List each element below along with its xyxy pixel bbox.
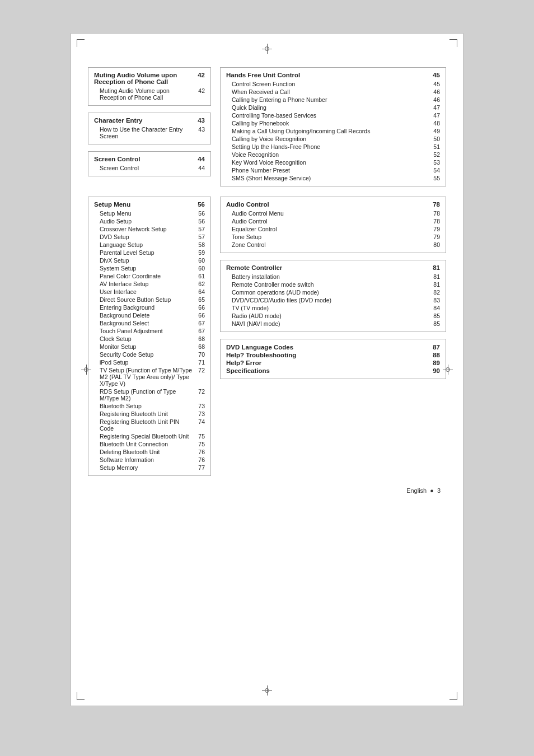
screen-control-entry-1: Screen Control 44 bbox=[94, 164, 205, 172]
entry-num: 73 bbox=[198, 410, 205, 417]
setup-menu-title-text: Setup Menu bbox=[94, 201, 130, 208]
character-entry-box: Character Entry 43 How to Use the Charac… bbox=[88, 113, 211, 144]
entry-label: AV Interface Setup bbox=[100, 281, 194, 287]
entry-label: Crossover Network Setup bbox=[100, 226, 194, 232]
misc-box: DVD Language Codes87Help? Troubleshootin… bbox=[220, 339, 446, 379]
entry-label: Parental Level Setup bbox=[100, 249, 194, 256]
muting-audio-entry-1: Muting Audio Volume upon Reception of Ph… bbox=[94, 87, 205, 101]
entry-num: 66 bbox=[198, 304, 205, 311]
setup-menu-entry: Audio Setup56 bbox=[94, 217, 205, 225]
corner-br bbox=[449, 692, 457, 700]
entry-num: 46 bbox=[433, 88, 440, 95]
entry-label: Bluetooth Unit Connection bbox=[100, 441, 194, 447]
muting-audio-page: 42 bbox=[198, 72, 205, 78]
audio-control-title-text: Audio Control bbox=[226, 201, 269, 208]
hands-free-entry: Control Screen Function45 bbox=[226, 80, 440, 88]
entry-num: 81 bbox=[433, 273, 440, 280]
character-entry-entry-1: How to Use the Character Entry Screen 43 bbox=[94, 125, 205, 140]
setup-menu-entry: TV Setup (Function of Type M/Type M2 (PA… bbox=[94, 366, 205, 388]
entry-label: Audio Control bbox=[232, 218, 429, 225]
screen-control-label-1: Screen Control bbox=[100, 165, 194, 171]
entry-num: 65 bbox=[198, 296, 205, 303]
entry-num: 75 bbox=[198, 433, 205, 440]
setup-menu-entry: Crossover Network Setup57 bbox=[94, 225, 205, 233]
entry-num: 58 bbox=[198, 241, 205, 248]
entry-num: 80 bbox=[433, 241, 440, 248]
hands-free-entry: Calling by Phonebook48 bbox=[226, 119, 440, 127]
entry-num: 76 bbox=[198, 449, 205, 455]
entry-label: Audio Control Menu bbox=[232, 210, 429, 217]
entry-label: Radio (AUD mode) bbox=[232, 312, 429, 319]
audio-control-page: 78 bbox=[433, 201, 440, 208]
entry-num: 82 bbox=[433, 289, 440, 296]
entry-num: 59 bbox=[198, 249, 205, 256]
screen-control-title-text: Screen Control bbox=[94, 156, 140, 162]
hands-free-entry: Voice Recognition52 bbox=[226, 151, 440, 158]
entry-num: 66 bbox=[198, 312, 205, 319]
remote-controller-entry: TV (TV mode)84 bbox=[226, 304, 440, 312]
entry-num: 76 bbox=[198, 456, 205, 463]
entry-label: SMS (Short Message Service) bbox=[232, 175, 429, 181]
bottom-left-col: Setup Menu 56 Setup Menu56Audio Setup56C… bbox=[88, 197, 211, 476]
audio-control-title: Audio Control 78 bbox=[226, 201, 440, 208]
crosshair-left bbox=[81, 365, 91, 375]
entry-num: 85 bbox=[433, 312, 440, 319]
hands-free-box: Hands Free Unit Control 45 Control Scree… bbox=[220, 67, 446, 186]
setup-menu-entry: Language Setup58 bbox=[94, 241, 205, 249]
hands-free-entry: When Received a Call46 bbox=[226, 88, 440, 96]
entry-num: 83 bbox=[433, 297, 440, 304]
footer-page-num: 3 bbox=[437, 487, 441, 494]
remote-controller-entry: NAVI (NAVI mode)85 bbox=[226, 320, 440, 328]
remote-controller-title: Remote Controller 81 bbox=[226, 264, 440, 271]
entry-num: 72 bbox=[198, 388, 205, 402]
entry-num: 48 bbox=[433, 120, 440, 127]
audio-control-entries: Audio Control Menu78Audio Control78Equal… bbox=[226, 209, 440, 249]
entry-label: DVD/VCD/CD/Audio files (DVD mode) bbox=[232, 297, 429, 304]
entry-label: User Interface bbox=[100, 288, 194, 295]
hands-free-title: Hands Free Unit Control 45 bbox=[226, 72, 440, 78]
hands-free-entry: Key Word Voice Recognition53 bbox=[226, 158, 440, 166]
setup-menu-entry: System Setup60 bbox=[94, 264, 205, 272]
character-entry-title: Character Entry 43 bbox=[94, 117, 205, 124]
hands-free-entry: Controlling Tone-based Services47 bbox=[226, 111, 440, 119]
remote-controller-entry: Remote Controller mode switch81 bbox=[226, 281, 440, 288]
entry-label: Help? Error bbox=[226, 360, 428, 366]
setup-menu-entry: Monitor Setup68 bbox=[94, 343, 205, 351]
setup-menu-entry: Entering Background66 bbox=[94, 304, 205, 311]
entry-label: Calling by Entering a Phone Number bbox=[232, 96, 429, 103]
setup-menu-entry: Bluetooth Setup73 bbox=[94, 402, 205, 410]
setup-menu-entry: Panel Color Coordinate61 bbox=[94, 272, 205, 280]
entry-label: Calling by Voice Recognition bbox=[232, 136, 429, 142]
entry-num: 60 bbox=[198, 257, 205, 264]
muting-audio-box: Muting Audio Volume uponReception of Pho… bbox=[88, 67, 211, 106]
setup-menu-entry: DVD Setup57 bbox=[94, 233, 205, 241]
entry-num: 67 bbox=[198, 320, 205, 326]
crosshair-bottom bbox=[262, 685, 272, 696]
setup-menu-entry: Clock Setup68 bbox=[94, 335, 205, 343]
entry-num: 57 bbox=[198, 234, 205, 240]
muting-audio-title-text: Muting Audio Volume uponReception of Pho… bbox=[94, 72, 177, 85]
entry-label: Entering Background bbox=[100, 304, 194, 311]
top-right-col: Hands Free Unit Control 45 Control Scree… bbox=[220, 67, 446, 186]
entry-label: Controlling Tone-based Services bbox=[232, 112, 429, 119]
setup-menu-entry: Background Select67 bbox=[94, 319, 205, 327]
audio-control-box: Audio Control 78 Audio Control Menu78Aud… bbox=[220, 197, 446, 253]
footer-lang: English bbox=[406, 487, 427, 494]
remote-controller-entries: Battery installation81Remote Controller … bbox=[226, 273, 440, 328]
entry-num: 75 bbox=[198, 441, 205, 447]
muting-audio-num-1: 42 bbox=[198, 87, 205, 101]
page: Muting Audio Volume uponReception of Pho… bbox=[71, 34, 463, 706]
remote-controller-entry: DVD/VCD/CD/Audio files (DVD mode)83 bbox=[226, 296, 440, 304]
audio-control-entry: Zone Control80 bbox=[226, 241, 440, 249]
entry-label: Registering Special Bluetooth Unit bbox=[100, 433, 194, 440]
entry-label: Setup Memory bbox=[100, 464, 194, 471]
entry-num: 71 bbox=[198, 359, 205, 366]
setup-menu-entry: Registering Bluetooth Unit73 bbox=[94, 410, 205, 418]
footer-dot-icon: ● bbox=[430, 487, 434, 494]
entry-label: Registering Bluetooth Unit bbox=[100, 410, 194, 417]
entry-label: Security Code Setup bbox=[100, 351, 194, 358]
misc-entry: Help? Error89 bbox=[226, 359, 440, 367]
content: Muting Audio Volume uponReception of Pho… bbox=[88, 67, 446, 494]
remote-controller-entry: Radio (AUD mode)85 bbox=[226, 312, 440, 320]
setup-menu-entry: Software Information76 bbox=[94, 456, 205, 464]
